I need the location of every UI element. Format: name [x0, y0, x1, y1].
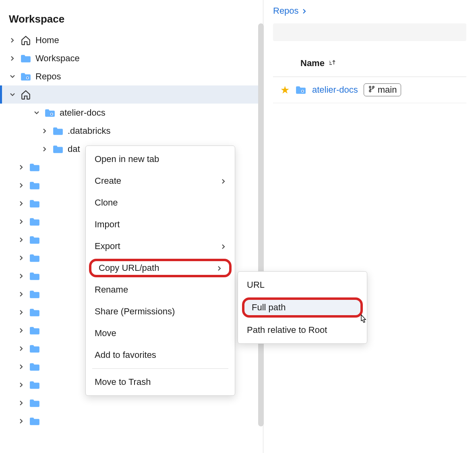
tree-label: Repos [35, 71, 61, 82]
tree-item-home[interactable]: Home [0, 31, 263, 49]
submenu-path-relative-root[interactable]: Path relative to Root [238, 319, 367, 341]
chevron-down-icon [9, 74, 16, 79]
chevron-right-icon [9, 38, 16, 43]
menu-clone[interactable]: Clone [86, 192, 235, 214]
branch-name: main [378, 85, 397, 95]
star-favorite-icon[interactable]: ★ [280, 84, 290, 96]
home-icon [20, 89, 31, 100]
menu-copy-url-path[interactable]: Copy URL/path [89, 259, 232, 277]
menu-add-favorites[interactable]: Add to favorites [86, 344, 235, 366]
chevron-right-icon [221, 176, 226, 186]
column-name-label: Name [300, 58, 325, 69]
table-row[interactable]: ★ atelier-docs main [273, 77, 466, 103]
branch-badge[interactable]: main [364, 83, 401, 96]
menu-share-permissions[interactable]: Share (Permissions) [86, 301, 235, 322]
repo-folder-icon [20, 73, 31, 81]
scrollbar-vertical[interactable] [258, 23, 264, 426]
svg-point-3 [369, 86, 371, 88]
sort-ascending-icon[interactable] [329, 59, 336, 68]
tree-item-repos[interactable]: Repos [0, 67, 263, 85]
copy-path-submenu: URL Full path Path relative to Root [238, 271, 367, 344]
submenu-full-path[interactable]: Full path [242, 297, 363, 318]
menu-open-new-tab[interactable]: Open in new tab [86, 148, 235, 170]
submenu-url[interactable]: URL [238, 274, 367, 296]
menu-divider [92, 368, 228, 369]
chevron-right-icon [41, 129, 48, 133]
repo-folder-icon [295, 86, 306, 94]
menu-export[interactable]: Export [86, 235, 235, 257]
context-menu: Open in new tab Create Clone Import Expo… [85, 145, 235, 396]
chevron-right-icon [9, 56, 16, 61]
tree-item-user-home[interactable] [0, 85, 263, 104]
svg-point-5 [373, 86, 374, 88]
breadcrumb[interactable]: Repos [273, 6, 466, 16]
menu-rename[interactable]: Rename [86, 279, 235, 301]
table-header-name[interactable]: Name [273, 55, 466, 77]
cursor-pointer-icon [358, 314, 369, 328]
filter-bar[interactable] [273, 23, 466, 41]
menu-import[interactable]: Import [86, 214, 235, 235]
tree-item-databricks[interactable]: .databricks [0, 122, 263, 140]
menu-move[interactable]: Move [86, 322, 235, 344]
git-branch-icon [368, 85, 375, 95]
chevron-down-icon [9, 92, 16, 97]
chevron-down-icon [33, 110, 40, 115]
repo-name-link[interactable]: atelier-docs [312, 85, 358, 95]
tree-item-stub[interactable] [0, 394, 263, 412]
tree-item-stub[interactable] [0, 412, 263, 430]
breadcrumb-root[interactable]: Repos [273, 6, 299, 16]
tree-item-atelier-docs[interactable]: atelier-docs [0, 104, 263, 122]
menu-create[interactable]: Create [86, 170, 235, 192]
tree-label: Workspace [35, 53, 80, 64]
folder-icon [52, 127, 64, 135]
tree-label: dat [68, 144, 80, 154]
svg-point-4 [369, 90, 371, 92]
repo-folder-icon [44, 109, 56, 117]
main-content: Repos Name ★ atelier-docs main [263, 0, 476, 453]
folder-icon [52, 145, 64, 153]
chevron-right-icon [221, 241, 226, 251]
tree-label: .databricks [68, 126, 110, 136]
home-icon [20, 35, 31, 46]
chevron-right-icon [217, 263, 222, 273]
sidebar-title: Workspace [0, 0, 263, 31]
chevron-right-icon [41, 147, 48, 152]
tree-item-workspace[interactable]: Workspace [0, 49, 263, 67]
tree-label: atelier-docs [60, 108, 106, 118]
tree-label: Home [35, 35, 59, 46]
menu-move-to-trash[interactable]: Move to Trash [86, 371, 235, 393]
chevron-right-icon [302, 6, 307, 16]
folder-icon [20, 54, 31, 62]
